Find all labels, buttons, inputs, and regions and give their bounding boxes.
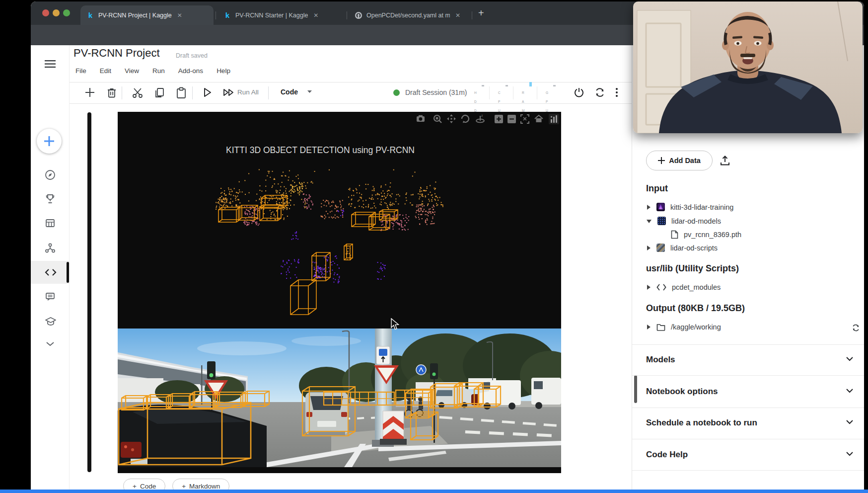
divider <box>632 439 864 439</box>
datasets-icon[interactable] <box>45 218 56 229</box>
chevron-down-icon[interactable] <box>846 419 855 428</box>
input-item-scripts[interactable]: lidar-od-scripts <box>646 244 718 252</box>
cpu-meter: CPU <box>498 87 501 114</box>
toolbar-divider <box>268 86 269 99</box>
learn-icon[interactable] <box>45 316 56 327</box>
close-window-button[interactable] <box>42 9 49 16</box>
notebook-toolbar: Run All Code Draft Session (31m) HDD CPU… <box>70 82 632 103</box>
more-options-icon[interactable] <box>615 87 627 99</box>
session-status-dot <box>393 89 400 96</box>
tab-close-icon[interactable]: ✕ <box>312 11 320 19</box>
chevron-down-icon[interactable] <box>846 451 855 460</box>
cell-type-select[interactable]: Code <box>281 88 298 96</box>
plus-icon <box>658 157 665 164</box>
browser-tab-active[interactable]: k PV-RCNN Project | Kaggle ✕ <box>80 5 214 25</box>
notebook-menubar: File Edit View Run Add-ons Help <box>75 67 230 75</box>
browser-tab[interactable]: k PV-RCNN Starter | Kaggle ✕ <box>217 5 346 25</box>
dataset-thumbnail <box>657 217 666 225</box>
menu-help[interactable]: Help <box>217 67 230 75</box>
input-item-model-file[interactable]: pv_rcnn_8369.pth <box>671 230 741 239</box>
divider <box>632 408 864 408</box>
minimize-window-button[interactable] <box>53 9 60 16</box>
zoom-window-button[interactable] <box>63 9 70 16</box>
chevron-right-icon <box>646 284 651 290</box>
plotly-logo-icon <box>549 114 559 124</box>
selected-cell-indicator[interactable] <box>87 112 91 472</box>
section-models[interactable]: Models <box>646 355 675 365</box>
webcam-video-overlay[interactable] <box>633 1 863 133</box>
github-favicon-icon <box>355 11 362 19</box>
tab-close-icon[interactable]: ✕ <box>454 11 462 19</box>
browser-tab[interactable]: OpenPCDet/second.yaml at ma ✕ <box>349 5 470 25</box>
screen: k PV-RCNN Project | Kaggle ✕ k PV-RCNN S… <box>0 0 868 493</box>
input-item-kitti[interactable]: kitti-3d-lidar-training <box>646 203 733 211</box>
tab-separator <box>347 11 347 19</box>
menu-addons[interactable]: Add-ons <box>178 67 203 75</box>
video-progress-bar[interactable] <box>0 490 868 493</box>
code-icon[interactable] <box>45 267 56 278</box>
plus-icon <box>43 135 55 147</box>
paste-icon[interactable] <box>176 87 188 99</box>
competitions-icon[interactable] <box>45 193 56 204</box>
chevron-down-icon <box>646 219 652 224</box>
new-tab-button[interactable]: + <box>478 7 484 19</box>
copy-icon[interactable] <box>154 87 166 99</box>
models-icon[interactable] <box>45 243 56 253</box>
sidebar-scrollbar[interactable] <box>634 375 637 403</box>
chevron-down-icon[interactable] <box>846 388 855 397</box>
presenter-video <box>633 1 863 133</box>
notebook-title[interactable]: PV-RCNN Project <box>73 47 160 60</box>
section-schedule[interactable]: Schedule a notebook to run <box>646 418 757 428</box>
upload-data-icon[interactable] <box>720 155 730 166</box>
menu-run[interactable]: Run <box>152 67 165 75</box>
create-button[interactable] <box>37 129 62 154</box>
menu-file[interactable]: File <box>75 67 86 75</box>
active-nav-indicator <box>67 262 69 283</box>
run-cell-icon[interactable] <box>202 87 214 99</box>
menu-view[interactable]: View <box>125 67 139 75</box>
more-nav-icon[interactable] <box>45 340 56 351</box>
chevron-down-icon[interactable] <box>307 90 312 93</box>
dataset-thumbnail <box>656 244 665 252</box>
meter-divider <box>489 86 490 99</box>
ram-meter: RAM <box>522 87 524 114</box>
chevron-down-icon[interactable] <box>846 356 855 365</box>
utility-scripts-heading: usr/lib (Utility Scripts) <box>646 263 739 274</box>
section-code-help[interactable]: Code Help <box>646 450 688 460</box>
tab-close-icon[interactable]: ✕ <box>176 11 184 19</box>
section-notebook-options[interactable]: Notebook options <box>646 387 718 397</box>
output-item-working[interactable]: /kaggle/working <box>646 323 721 331</box>
explore-icon[interactable] <box>45 169 56 180</box>
discussions-icon[interactable] <box>45 291 56 302</box>
plus-icon: + <box>182 483 186 490</box>
delete-cell-icon[interactable] <box>107 87 119 99</box>
lidar-3d-plot[interactable]: KITTI 3D OBJECT DETECTION using PV-RCNN … <box>118 112 561 327</box>
code-brackets-icon <box>656 284 666 291</box>
kaggle-nav-rail <box>31 45 70 493</box>
chevron-right-icon <box>646 204 651 210</box>
power-icon[interactable] <box>574 87 585 99</box>
hamburger-menu-icon[interactable] <box>45 60 56 68</box>
divider <box>632 344 864 345</box>
cut-icon[interactable] <box>132 87 144 99</box>
file-icon <box>671 230 678 239</box>
add-cell-icon[interactable] <box>84 87 96 99</box>
figure-title: KITTI 3D OBJECT DETECTION using PV-RCNN <box>226 145 415 155</box>
toolbar-divider <box>192 86 193 99</box>
camera-detection-image <box>118 329 561 467</box>
utility-item-pcdet[interactable]: pcdet_modules <box>646 283 721 291</box>
run-all-label[interactable]: Run All <box>237 88 259 96</box>
input-item-models[interactable]: lidar-od-models <box>646 217 721 225</box>
refresh-output-icon[interactable] <box>852 324 860 332</box>
meter-divider <box>537 86 537 99</box>
session-label: Draft Session (31m) <box>405 88 467 96</box>
tab-separator <box>216 11 216 19</box>
dataset-thumbnail <box>656 203 665 211</box>
restart-session-icon[interactable] <box>594 87 606 99</box>
input-heading: Input <box>646 183 668 194</box>
menu-edit[interactable]: Edit <box>100 67 111 75</box>
add-data-button[interactable]: Add Data <box>646 151 713 170</box>
mouse-cursor <box>390 318 400 331</box>
run-all-icon[interactable] <box>222 87 234 99</box>
gpu-meter: GPU <box>546 87 548 114</box>
